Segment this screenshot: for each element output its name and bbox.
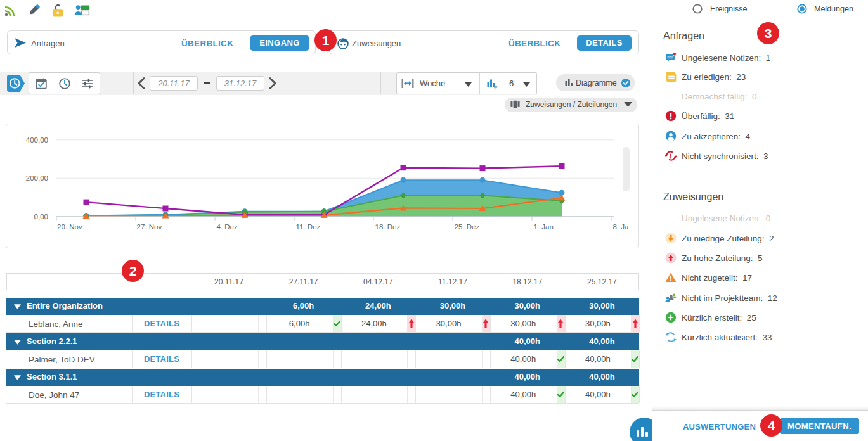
svg-text:27. Nov: 27. Nov bbox=[137, 223, 162, 231]
svg-text:18. Dez: 18. Dez bbox=[375, 223, 401, 231]
svg-text:8. Ja: 8. Ja bbox=[613, 223, 630, 231]
svg-text:1. Jan: 1. Jan bbox=[534, 223, 554, 231]
svg-text:11. Dez: 11. Dez bbox=[296, 223, 321, 231]
svg-text:400,00: 400,00 bbox=[26, 136, 48, 144]
svg-text:20. Nov: 20. Nov bbox=[57, 223, 82, 231]
svg-text:0,00: 0,00 bbox=[34, 213, 48, 220]
svg-text:#: # bbox=[494, 84, 498, 90]
svg-text:4. Dez: 4. Dez bbox=[217, 223, 238, 231]
svg-text:200,00: 200,00 bbox=[26, 174, 48, 182]
svg-text:25. Dez: 25. Dez bbox=[455, 223, 480, 231]
